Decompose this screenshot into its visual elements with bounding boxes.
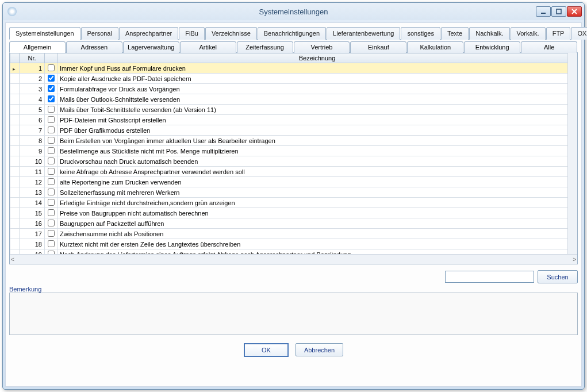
row-checkbox[interactable] — [48, 168, 55, 175]
cell-description: Sollzeitenerfassung mit mehreren Werkern — [57, 187, 577, 198]
subtab-allgemein[interactable]: Allgemein — [9, 41, 66, 53]
remark-textarea[interactable] — [9, 293, 578, 335]
subtab-zeiterfassung[interactable]: Zeiterfassung — [237, 41, 293, 53]
tab-lieferantenbewertung[interactable]: Lieferantenbewertung — [327, 27, 400, 40]
ok-button[interactable]: OK — [244, 343, 289, 357]
subtab-adressen[interactable]: Adressen — [66, 41, 122, 53]
tab-nachkalk-[interactable]: Nachkalk. — [469, 27, 509, 40]
row-checkbox[interactable] — [48, 64, 55, 71]
table-row[interactable]: 14Erledigte Einträge nicht durchstreiche… — [10, 198, 577, 208]
table-row[interactable]: 19Nach Änderung des Liefertermins eines … — [10, 249, 577, 255]
row-checkbox[interactable] — [48, 240, 55, 247]
cell-nr: 8 — [20, 136, 45, 146]
scroll-left-icon[interactable]: < — [11, 256, 14, 263]
cancel-button[interactable]: Abbrechen — [296, 343, 343, 356]
row-checkbox[interactable] — [48, 189, 55, 195]
row-checkbox[interactable] — [48, 75, 55, 82]
row-checkbox[interactable] — [48, 230, 55, 237]
header-marker — [10, 53, 20, 63]
table-row[interactable]: 8Beim Erstellen von Vorgängen immer aktu… — [10, 136, 577, 146]
window: Systemeinstellungen SystemeinstellungenP… — [2, 2, 585, 390]
tab-sonstiges[interactable]: sonstiges — [401, 27, 440, 40]
tab-oxid[interactable]: OXID — [571, 27, 587, 40]
search-button[interactable]: Suchen — [538, 270, 578, 283]
cell-description: Kurztext nicht mit der ersten Zeile des … — [57, 239, 577, 249]
table-row[interactable]: 11keine Abfrage ob Adresse Ansprechpartn… — [10, 167, 577, 177]
row-checkbox[interactable] — [48, 137, 55, 144]
tab-benachrichtigungen[interactable]: Benachrichtigungen — [258, 27, 326, 40]
cell-nr: 1 — [20, 63, 45, 74]
cell-nr: 5 — [20, 105, 45, 115]
close-button[interactable] — [567, 6, 582, 17]
subtab-alle[interactable]: Alle — [521, 41, 577, 53]
minimize-button[interactable] — [536, 6, 551, 17]
scroll-right-icon[interactable]: > — [573, 256, 576, 263]
table-row[interactable]: 13Sollzeitenerfassung mit mehreren Werke… — [10, 187, 577, 198]
row-marker — [10, 177, 20, 187]
table-row[interactable]: 6PDF-Dateien mit Ghostscript erstellen — [10, 115, 577, 125]
cell-nr: 6 — [20, 115, 45, 125]
secondary-tabstrip: AllgemeinAdressenLagerverwaltungArtikelZ… — [9, 41, 578, 53]
cell-description: Mails über Outlook-Schnittstelle versend… — [57, 94, 577, 105]
cell-description: Beim Erstellen von Vorgängen immer aktue… — [57, 136, 577, 146]
titlebar: Systemeinstellungen — [3, 3, 584, 20]
table-row[interactable]: 1Immer Kopf und Fuss auf Formulare druck… — [10, 63, 577, 74]
header-description[interactable]: Bezeichnung — [57, 53, 577, 63]
table-row[interactable]: 9Bestellmenge aus Stückliste nicht mit P… — [10, 146, 577, 156]
cell-description: keine Abfrage ob Adresse Ansprechpartner… — [57, 167, 577, 177]
subtab-artikel[interactable]: Artikel — [180, 41, 236, 53]
maximize-button[interactable] — [551, 6, 566, 17]
cell-description: Bestellmenge aus Stückliste nicht mit Po… — [57, 146, 577, 156]
tab-vorkalk-[interactable]: Vorkalk. — [511, 27, 546, 40]
table-row[interactable]: 5Mails über Tobit-Schnittstelle versende… — [10, 105, 577, 115]
table-row[interactable]: 17Zwischensumme nicht als Positionen — [10, 229, 577, 239]
cell-description: Erledigte Einträge nicht durchstreichen,… — [57, 198, 577, 208]
table-row[interactable]: 10Druckvorschau nach Druck automatisch b… — [10, 156, 577, 167]
subtab-einkauf[interactable]: Einkauf — [350, 41, 406, 53]
tab-ansprechpartner[interactable]: Ansprechpartner — [119, 27, 178, 40]
row-marker — [10, 94, 20, 105]
subtab-kalkulation[interactable]: Kalkulation — [407, 41, 463, 53]
cell-checkbox — [45, 208, 57, 218]
tab-personal[interactable]: Personal — [81, 27, 118, 40]
table-row[interactable]: 4Mails über Outlook-Schnittstelle versen… — [10, 94, 577, 105]
row-checkbox[interactable] — [48, 157, 55, 164]
tab-ftp[interactable]: FTP — [546, 27, 571, 40]
subtab-vertrieb[interactable]: Vertrieb — [294, 41, 350, 53]
row-checkbox[interactable] — [48, 116, 55, 123]
tab-verzeichnisse[interactable]: Verzeichnisse — [205, 27, 257, 40]
search-input[interactable] — [445, 271, 534, 283]
header-nr[interactable]: Nr. — [20, 53, 45, 63]
table-row[interactable]: 3Formularabfrage vor Druck aus Vorgängen — [10, 84, 577, 94]
subtab-entwicklung[interactable]: Entwicklung — [464, 41, 520, 53]
row-checkbox[interactable] — [48, 199, 55, 206]
row-checkbox[interactable] — [48, 209, 55, 216]
row-checkbox[interactable] — [48, 220, 55, 226]
row-checkbox[interactable] — [48, 95, 55, 102]
vertical-scrollbar[interactable] — [567, 53, 577, 254]
row-checkbox[interactable] — [48, 147, 55, 154]
cell-nr: 11 — [20, 167, 45, 177]
table-row[interactable]: 16Baugruppen auf Packzettel aufführen — [10, 218, 577, 229]
cell-nr: 10 — [20, 156, 45, 167]
cell-nr: 14 — [20, 198, 45, 208]
tab-fibu[interactable]: FiBu — [179, 27, 205, 40]
horizontal-scrollbar[interactable]: < > — [10, 254, 577, 264]
row-checkbox[interactable] — [48, 126, 55, 133]
cell-checkbox — [45, 229, 57, 239]
row-checkbox[interactable] — [48, 251, 55, 255]
cell-checkbox — [45, 125, 57, 136]
table-row[interactable]: 12alte Reportengine zum Drucken verwende… — [10, 177, 577, 187]
subtab-lagerverwaltung[interactable]: Lagerverwaltung — [123, 41, 179, 53]
table-row[interactable]: 15Preise von Baugruppen nicht automatisc… — [10, 208, 577, 218]
table-row[interactable]: 7PDF über Grafikmodus erstellen — [10, 125, 577, 136]
table-row[interactable]: 18Kurztext nicht mit der ersten Zeile de… — [10, 239, 577, 249]
tab-systemeinstellungen[interactable]: Systemeinstellungen — [9, 27, 80, 40]
row-checkbox[interactable] — [48, 178, 55, 185]
row-checkbox[interactable] — [48, 85, 55, 92]
cell-nr: 19 — [20, 249, 45, 255]
table-row[interactable]: 2Kopie aller Ausdrucke als PDF-Datei spe… — [10, 74, 577, 84]
row-checkbox[interactable] — [48, 106, 55, 113]
tab-texte[interactable]: Texte — [441, 27, 469, 40]
window-title: Systemeinstellungen — [259, 7, 328, 16]
